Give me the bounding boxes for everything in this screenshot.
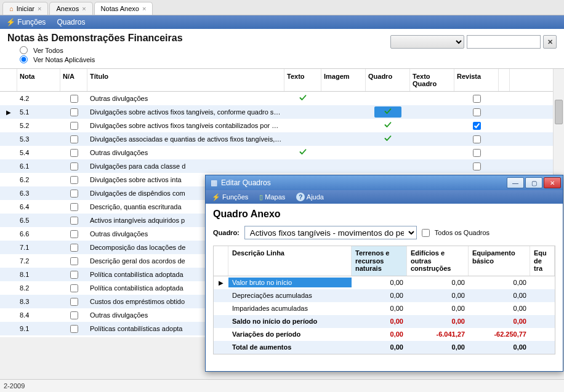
na-checkbox[interactable] xyxy=(70,217,78,225)
na-checkbox[interactable] xyxy=(70,203,78,211)
clear-filter-button[interactable]: ✕ xyxy=(543,35,557,49)
na-checkbox[interactable] xyxy=(70,284,78,292)
table-row[interactable]: 5.4Outras divulgações xyxy=(0,146,564,159)
tab-iniciar[interactable]: ⌂ Iniciar × xyxy=(2,2,48,15)
na-checkbox[interactable] xyxy=(70,230,78,238)
tab-strip: ⌂ Iniciar × Anexos × Notas Anexo × xyxy=(0,0,564,15)
table-row[interactable]: ▶5.1Divulgações sobre activos fixos tang… xyxy=(0,105,564,119)
na-checkbox[interactable] xyxy=(70,135,78,143)
table-row[interactable]: Saldo no início do período0,000,000,00 xyxy=(214,315,555,328)
radio-label: Ver Notas Aplicáveis xyxy=(33,56,95,63)
table-row[interactable]: Total de aumentos0,000,000,00 xyxy=(214,341,555,354)
na-checkbox[interactable] xyxy=(70,257,78,265)
radio-label: Ver Todos xyxy=(33,47,63,54)
home-icon: ⌂ xyxy=(9,5,14,12)
col-texto-quadro[interactable]: Texto Quadro xyxy=(410,69,454,91)
na-checkbox[interactable] xyxy=(70,162,78,170)
dlg-col-equipamento[interactable]: Equipamento básico xyxy=(469,246,530,276)
dlg-col-equip-trans[interactable]: Equ de tra xyxy=(530,246,555,276)
col-revista[interactable]: Revista xyxy=(454,69,499,91)
col-imagem[interactable]: Imagem xyxy=(321,69,366,91)
revista-checkbox[interactable] xyxy=(473,135,481,143)
scroll-thumb[interactable] xyxy=(555,100,563,124)
tab-label: Anexos xyxy=(56,5,79,12)
todos-quadros-checkbox[interactable] xyxy=(422,229,430,237)
na-checkbox[interactable] xyxy=(70,244,78,252)
table-row[interactable]: ▶Valor bruto no início0,000,000,00 xyxy=(214,276,555,289)
radio-ver-todos[interactable] xyxy=(20,46,28,54)
na-checkbox[interactable] xyxy=(70,176,78,184)
dlg-toolbar-ajuda[interactable]: ? Ajuda xyxy=(296,193,324,201)
tab-notas-anexo[interactable]: Notas Anexo × xyxy=(94,2,153,15)
maximize-button[interactable]: ▢ xyxy=(525,177,542,188)
dlg-col-descricao[interactable]: Descrição Linha xyxy=(228,246,352,276)
revista-checkbox[interactable] xyxy=(473,162,481,170)
na-checkbox[interactable] xyxy=(70,95,78,103)
page-header: Notas às Demonstrações Financeiras Ver T… xyxy=(0,29,564,69)
dialog-toolbar: ⚡ Funções ▯ Mapas ? Ajuda xyxy=(206,190,563,204)
close-icon[interactable]: × xyxy=(82,5,86,12)
dlg-toolbar-funcoes[interactable]: ⚡ Funções xyxy=(212,193,248,201)
map-icon: ▯ xyxy=(259,193,263,201)
close-button[interactable]: ✕ xyxy=(544,177,561,188)
table-row[interactable]: 5.2Divulgações sobre activos fixos tangí… xyxy=(0,119,564,132)
bolt-icon: ⚡ xyxy=(6,18,15,26)
dialog-heading: Quadro Anexo xyxy=(213,209,555,220)
tab-label: Notas Anexo xyxy=(101,5,139,12)
dialog-title-text: Editar Quadros xyxy=(221,178,271,187)
minimize-button[interactable]: — xyxy=(507,177,524,188)
editar-quadros-dialog: ▦ Editar Quadros — ▢ ✕ ⚡ Funções ▯ Mapas… xyxy=(205,175,563,372)
na-checkbox[interactable] xyxy=(70,149,78,157)
revista-checkbox[interactable] xyxy=(473,108,481,116)
tab-label: Iniciar xyxy=(17,5,34,12)
table-row[interactable]: Variações do período0,00-6.041,27-62.250… xyxy=(214,328,555,341)
window-icon: ▦ xyxy=(211,178,217,187)
dlg-col-terrenos[interactable]: Terrenos e recursos naturais xyxy=(352,246,407,276)
tab-anexos[interactable]: Anexos × xyxy=(49,2,92,15)
close-icon[interactable]: × xyxy=(38,5,41,12)
filter-select[interactable] xyxy=(390,35,464,49)
page-title: Notas às Demonstrações Financeiras xyxy=(7,33,183,44)
grid-header-row: Nota N/A Título Texto Imagem Quadro Text… xyxy=(0,69,564,92)
na-checkbox[interactable] xyxy=(70,271,78,279)
dialog-grid: Descrição Linha Terrenos e recursos natu… xyxy=(213,246,555,354)
col-nota[interactable]: Nota xyxy=(17,69,60,91)
main-toolbar: ⚡ Funções Quadros xyxy=(0,15,564,29)
toolbar-funcoes[interactable]: ⚡ Funções xyxy=(6,18,46,26)
col-na[interactable]: N/A xyxy=(60,69,87,91)
na-checkbox[interactable] xyxy=(70,311,78,319)
na-checkbox[interactable] xyxy=(70,108,78,116)
table-row[interactable]: Imparidades acumuladas0,000,000,00 xyxy=(214,302,555,315)
bolt-icon: ⚡ xyxy=(212,193,220,201)
close-icon[interactable]: × xyxy=(142,5,146,12)
toolbar-quadros[interactable]: Quadros xyxy=(57,18,85,26)
status-bar: 2-2009 xyxy=(0,379,564,392)
table-row[interactable]: Depreciações acumuladas0,000,000,00 xyxy=(214,289,555,302)
col-texto[interactable]: Texto xyxy=(284,69,321,91)
dlg-toolbar-mapas[interactable]: ▯ Mapas xyxy=(259,193,285,201)
revista-checkbox[interactable] xyxy=(473,95,481,103)
help-icon: ? xyxy=(296,193,305,201)
revista-checkbox[interactable] xyxy=(473,149,481,157)
col-quadro[interactable]: Quadro xyxy=(366,69,410,91)
radio-ver-aplicaveis[interactable] xyxy=(20,55,28,63)
table-row[interactable]: 6.1Divulgações para cada classe d xyxy=(0,159,564,173)
revista-checkbox[interactable] xyxy=(473,122,481,130)
dialog-titlebar[interactable]: ▦ Editar Quadros — ▢ ✕ xyxy=(206,175,563,190)
quadro-label: Quadro: xyxy=(213,229,240,236)
na-checkbox[interactable] xyxy=(70,190,78,198)
na-checkbox[interactable] xyxy=(70,122,78,130)
na-checkbox[interactable] xyxy=(70,325,78,333)
col-titulo[interactable]: Título xyxy=(87,69,284,91)
quadro-select[interactable]: Activos fixos tangíveis - movimentos do … xyxy=(244,226,417,239)
table-row[interactable]: 4.2Outras divulgações xyxy=(0,92,564,105)
table-row[interactable]: 5.3Divulgações associadas e quantias de … xyxy=(0,132,564,146)
dlg-col-edificios[interactable]: Edifícios e outras construções xyxy=(407,246,469,276)
status-text: 2-2009 xyxy=(4,382,25,390)
filter-input[interactable] xyxy=(467,35,541,49)
todos-quadros-label: Todos os Quadros xyxy=(435,229,489,236)
na-checkbox[interactable] xyxy=(70,298,78,306)
